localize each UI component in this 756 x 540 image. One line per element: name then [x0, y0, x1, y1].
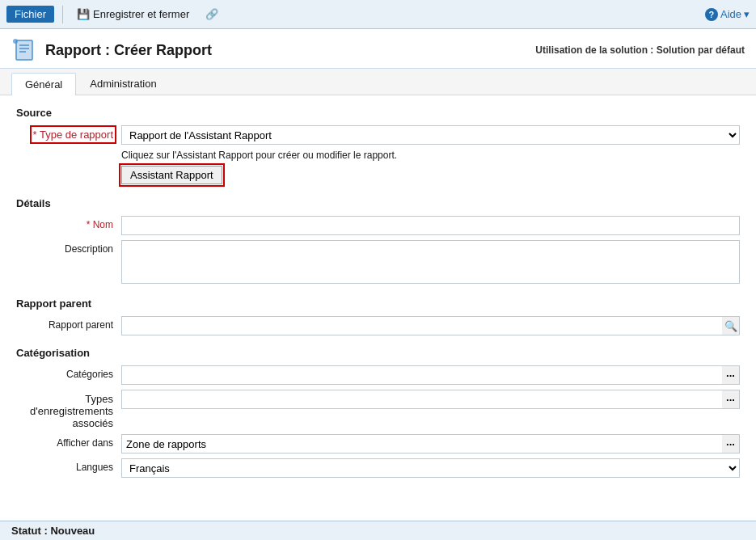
page-icon: [11, 37, 37, 63]
page-header: Rapport : Créer Rapport Utilisation de l…: [0, 29, 756, 69]
afficher-dans-dots-button[interactable]: ···: [722, 434, 740, 454]
file-menu-button[interactable]: Fichier: [6, 6, 54, 23]
categories-label: Catégories: [16, 365, 121, 380]
categories-control: ···: [121, 365, 740, 385]
types-enregistrements-label-text: Types d'enregistrements associés: [30, 393, 113, 429]
rapport-parent-input[interactable]: [121, 316, 722, 335]
rapport-parent-row: Rapport parent 🔍: [16, 316, 740, 335]
afficher-dans-input-group: ···: [121, 434, 740, 454]
type-rapport-control: Rapport de l'Assistant Rapport Rapport e…: [121, 125, 740, 145]
rapport-parent-label: Rapport parent: [16, 316, 121, 331]
details-section-header: Détails: [16, 197, 740, 209]
afficher-dans-row: Afficher dans ···: [16, 434, 740, 454]
categories-input-group: ···: [121, 365, 740, 385]
description-control: [121, 240, 740, 286]
type-rapport-select[interactable]: Rapport de l'Assistant Rapport Rapport e…: [121, 125, 740, 145]
save-close-label: Enregistrer et fermer: [93, 8, 189, 20]
categorisation-section-header: Catégorisation: [16, 347, 740, 359]
nom-control: [121, 216, 740, 235]
description-row: Description: [16, 240, 740, 286]
langues-control: Français English Deutsch Español: [121, 458, 740, 478]
tab-general[interactable]: Général: [11, 73, 76, 95]
categories-input[interactable]: [121, 365, 722, 385]
assistant-rapport-button[interactable]: Assistant Rapport: [121, 166, 222, 184]
search-icon: 🔍: [724, 320, 737, 332]
afficher-dans-label: Afficher dans: [16, 434, 121, 449]
dots-icon-2: ···: [726, 394, 735, 406]
langues-label: Langues: [16, 458, 121, 473]
svg-rect-0: [16, 40, 32, 60]
tab-administration[interactable]: Administration: [76, 72, 170, 95]
types-enregistrements-row: Types d'enregistrements associés ···: [16, 390, 740, 429]
description-textarea[interactable]: [121, 240, 740, 284]
floppy-icon: 💾: [77, 8, 90, 20]
assistant-hint-text: Cliquez sur l'Assistant Rapport pour cré…: [121, 150, 740, 161]
svg-point-5: [13, 39, 18, 44]
afficher-dans-control: ···: [121, 434, 740, 454]
categories-dots-button[interactable]: ···: [722, 365, 740, 385]
description-label: Description: [16, 240, 121, 255]
nom-row: * Nom: [16, 216, 740, 235]
langues-select[interactable]: Français English Deutsch Español: [121, 458, 740, 478]
nom-input[interactable]: [121, 216, 740, 235]
type-rapport-row: * Type de rapport Rapport de l'Assistant…: [16, 125, 740, 145]
help-button[interactable]: ? Aide ▾: [705, 8, 750, 21]
toolbar: Fichier 💾 Enregistrer et fermer 🔗 ? Aide…: [0, 0, 756, 29]
type-rapport-label-text: * Type de rapport: [33, 129, 114, 141]
types-enregistrements-input[interactable]: [121, 390, 722, 409]
toolbar-separator-1: [62, 6, 63, 23]
source-section-header: Source: [16, 107, 740, 119]
types-enregistrements-dots-button[interactable]: ···: [722, 390, 740, 409]
assistant-btn-row: Assistant Rapport: [16, 166, 740, 184]
page-header-left: Rapport : Créer Rapport: [11, 37, 212, 63]
afficher-dans-input[interactable]: [121, 434, 722, 454]
save-close-button[interactable]: 💾 Enregistrer et fermer: [71, 6, 195, 23]
types-enregistrements-input-group: ···: [121, 390, 740, 409]
rapport-parent-section-header: Rapport parent: [16, 297, 740, 310]
rapport-icon: [13, 39, 36, 61]
rapport-parent-search-button[interactable]: 🔍: [722, 316, 740, 335]
help-dropdown-icon: ▾: [744, 8, 750, 20]
dots-icon: ···: [726, 369, 735, 382]
secondary-action-button[interactable]: 🔗: [200, 6, 224, 23]
dots-icon-3: ···: [726, 438, 735, 450]
categories-row: Catégories ···: [16, 365, 740, 385]
types-enregistrements-label: Types d'enregistrements associés: [16, 390, 121, 429]
langues-row: Langues Français English Deutsch Español: [16, 458, 740, 478]
secondary-icon: 🔗: [205, 8, 218, 20]
help-circle-icon: ?: [705, 8, 718, 21]
type-rapport-label: * Type de rapport: [16, 125, 121, 141]
help-label: Aide: [720, 8, 741, 20]
main-content: Source * Type de rapport Rapport de l'As…: [0, 95, 756, 494]
solution-label: Utilisation de la solution : Solution pa…: [535, 44, 745, 56]
tabs-bar: Général Administration: [0, 69, 756, 95]
rapport-parent-input-group: 🔍: [121, 316, 740, 335]
rapport-parent-control: 🔍: [121, 316, 740, 335]
types-enregistrements-control: ···: [121, 390, 740, 409]
nom-label: * Nom: [16, 216, 121, 230]
page-title: Rapport : Créer Rapport: [45, 42, 212, 59]
